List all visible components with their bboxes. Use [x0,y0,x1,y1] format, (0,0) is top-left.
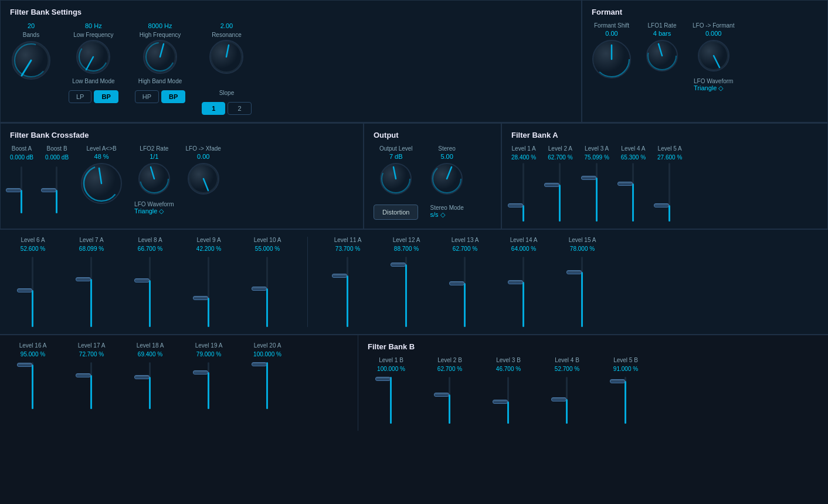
fbb-fader-3: Level 3 B 46.700 % [485,357,532,424]
low-band-lp-btn[interactable]: LP [69,90,91,103]
fba-1-label: Level 1 A [512,145,536,152]
fbb-3-thumb[interactable] [493,400,508,404]
bb-20-thumb[interactable] [252,362,267,366]
sr1-6-thumb[interactable] [17,288,32,292]
boost-b-value: 0.000 dB [45,154,69,161]
fbb-3-value: 46.700 % [496,366,521,372]
formant-shift-knob[interactable] [592,39,632,79]
bb-17-thumb[interactable] [76,373,91,377]
filter-bank-a-title: Filter Bank A [511,131,818,139]
fba-1-value: 28.400 % [511,154,536,161]
lfo1-rate-group: LFO1 Rate 4 bars [646,22,678,72]
sr1-7-thumb[interactable] [76,277,91,281]
high-band-hp-btn[interactable]: HP [135,90,159,103]
high-freq-knob[interactable] [142,39,178,74]
lfo2-waveform-label: LFO Waveform [134,201,174,207]
fba-fader-1: Level 1 A 28.400 % [511,145,536,222]
low-freq-knob[interactable] [76,39,111,74]
fba-1-thumb[interactable] [508,203,523,207]
fbb-5-label: Level 5 B [613,357,638,363]
sr1-11-thumb[interactable] [332,274,347,278]
fbb-fader-5: Level 5 B 91.000 % [602,357,649,424]
fbs-knob-row: 20 Bands 80 Hz Low Frequency [10,22,572,115]
bb-fader-18: Level 18 A 69.400 % [127,342,174,409]
slope-1-btn[interactable]: 1 [202,102,225,115]
boost-b-thumb[interactable] [41,188,56,192]
lfo1-rate-knob[interactable] [646,39,678,72]
lfo-formant-knob[interactable] [697,39,730,72]
fba-5-value: 27.600 % [657,154,682,161]
sr1-12-thumb[interactable] [391,263,406,267]
bb-20-label: Level 20 A [254,342,281,349]
stereo-label: Stereo [438,145,455,152]
stereo-mode-value[interactable]: s/s ◇ [430,211,463,219]
sr1-9-thumb[interactable] [193,296,208,300]
output-panel: Output Output Level 7 dB Distortion [364,123,501,229]
sr1-12-label: Level 12 A [393,237,420,243]
sr1-10-thumb[interactable] [252,287,267,291]
bands-knob[interactable] [10,39,52,81]
slope-2-btn[interactable]: 2 [228,102,251,115]
level-ab-group: Level A<>B 48 % [80,145,123,205]
fbb-1-thumb[interactable] [375,377,391,381]
bb-19-value: 79.000 % [196,351,221,357]
fba-5-thumb[interactable] [654,203,669,207]
boost-a-thumb[interactable] [6,188,21,192]
sr1-9-label: Level 9 A [196,237,220,243]
low-band-bp-btn[interactable]: BP [94,90,118,103]
lfo2-rate-knob[interactable] [138,162,171,195]
boost-a-label: Boost A [12,145,32,152]
sr1-8-thumb[interactable] [134,278,150,282]
sr1-13-thumb[interactable] [449,281,464,285]
fba-2-thumb[interactable] [544,183,559,187]
fbb-4-thumb[interactable] [551,397,566,401]
stereo-value: 5.00 [440,153,453,160]
level-ab-knob[interactable] [80,162,123,205]
fba-fader-3: Level 3 A 75.099 % [585,145,609,222]
crossfade-panel: Filter Bank Crossfade Boost A 0.000 dB B… [0,123,364,229]
high-band-mode-buttons: HP BP [135,90,186,103]
output-level-value: 7 dB [389,153,403,160]
lfo-xfade-knob[interactable] [187,162,220,195]
low-freq-label: Low Frequency [73,32,113,38]
bb-17-value: 72.700 % [79,351,104,357]
bb-18-thumb[interactable] [134,375,150,379]
stereo-knob[interactable] [430,162,463,195]
boost-a-value: 0.000 dB [10,154,33,161]
output-level-label: Output Level [379,145,413,152]
boost-b-col: Boost B 0.000 dB [45,145,69,213]
sr1-fader-14: Level 14 A 64.000 % [500,237,547,327]
sr1-10-value: 55.000 % [255,246,280,252]
resonance-label: Resonance [212,32,242,38]
second-row: Filter Bank Crossfade Boost A 0.000 dB B… [0,123,828,230]
sr1-14-thumb[interactable] [508,280,523,284]
output-level-knob[interactable] [379,162,412,195]
fbb-4-label: Level 4 B [555,357,579,363]
sr1-15-thumb[interactable] [566,270,582,274]
stereo-mode-label: Stereo Mode [430,205,463,211]
fba-3-thumb[interactable] [581,176,596,180]
sr1-fader-8: Level 8 A 66.700 % [127,237,174,327]
resonance-knob[interactable] [209,39,244,74]
fbb-2-thumb[interactable] [434,393,449,397]
low-freq-value: 80 Hz [85,22,102,29]
bb-18-label: Level 18 A [137,342,164,349]
bb-16-thumb[interactable] [17,363,32,367]
lfo2-waveform-value[interactable]: Triangle ◇ [134,207,174,215]
sr1-fader-7: Level 7 A 68.099 % [68,237,115,327]
filter-bank-b-faders: Level 1 B 100.000 % Level 2 B 62.700 % [368,357,819,424]
distortion-button[interactable]: Distortion [374,205,418,220]
bb-fader-20: Level 20 A 100.000 % [244,342,291,409]
formant-title: Formant [592,8,818,16]
lfo1-rate-value: 4 bars [653,30,671,37]
fba-4-thumb[interactable] [617,182,633,186]
bb-19-thumb[interactable] [193,370,208,374]
sr1-8-value: 66.700 % [138,246,162,252]
bb-fader-17: Level 17 A 72.700 % [68,342,115,409]
fba-4-label: Level 4 A [621,145,645,152]
fbb-5-thumb[interactable] [610,379,625,383]
high-band-bp-btn[interactable]: BP [161,90,185,103]
formant-lfo-waveform-value[interactable]: Triangle ◇ [694,84,733,92]
fbb-3-label: Level 3 B [496,357,521,363]
lfo1-rate-label: LFO1 Rate [648,22,677,29]
